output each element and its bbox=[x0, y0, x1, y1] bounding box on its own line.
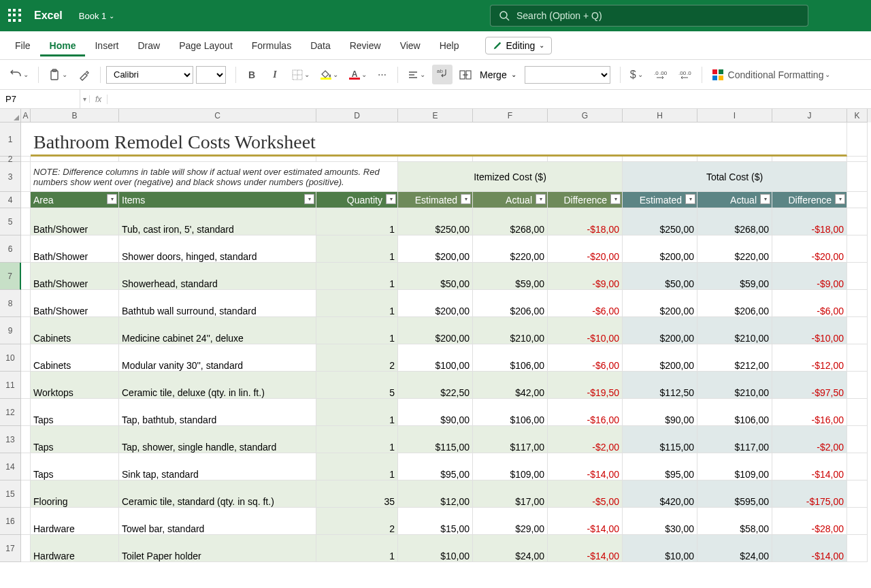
align-button[interactable]: ⌄ bbox=[404, 67, 429, 83]
cell[interactable]: 2 bbox=[316, 508, 398, 535]
cell[interactable]: Bath/Shower bbox=[31, 290, 119, 317]
decrease-decimal-button[interactable]: .00.0 bbox=[674, 67, 696, 83]
col-header-E[interactable]: E bbox=[398, 109, 473, 122]
table-header[interactable]: Actual▾ bbox=[697, 192, 772, 208]
cell[interactable] bbox=[847, 480, 868, 508]
cell[interactable] bbox=[847, 508, 868, 535]
menu-home[interactable]: Home bbox=[40, 35, 86, 56]
cell[interactable] bbox=[21, 344, 31, 372]
cell[interactable] bbox=[847, 192, 868, 208]
cell[interactable]: Hardware bbox=[31, 535, 119, 562]
cell[interactable] bbox=[398, 157, 473, 162]
menu-insert[interactable]: Insert bbox=[85, 35, 128, 56]
cell[interactable]: Cabinets bbox=[31, 317, 119, 344]
table-header[interactable]: Estimated▾ bbox=[398, 192, 473, 208]
cell[interactable]: -$6,00 bbox=[548, 290, 623, 317]
cell[interactable]: -$10,00 bbox=[548, 317, 623, 344]
table-header[interactable]: Difference▾ bbox=[772, 192, 847, 208]
cell[interactable]: -$9,00 bbox=[548, 263, 623, 290]
col-header-I[interactable]: I bbox=[697, 109, 772, 122]
cell[interactable]: -$2,00 bbox=[548, 426, 623, 453]
cell[interactable]: 1 bbox=[316, 535, 398, 562]
cell[interactable]: Ceramic tile, standard (qty. in sq. ft.) bbox=[119, 480, 316, 508]
group-header-itemized[interactable]: Itemized Cost ($) bbox=[398, 162, 623, 192]
cell[interactable]: $220,00 bbox=[697, 235, 772, 263]
cell[interactable]: Towel bar, standard bbox=[119, 508, 316, 535]
cell[interactable]: $210,00 bbox=[697, 317, 772, 344]
cell[interactable]: 1 bbox=[316, 235, 398, 263]
cell[interactable] bbox=[847, 122, 868, 157]
col-header-D[interactable]: D bbox=[316, 109, 398, 122]
cell[interactable]: -$6,00 bbox=[772, 290, 847, 317]
cell[interactable] bbox=[473, 157, 548, 162]
cell[interactable]: $220,00 bbox=[473, 235, 548, 263]
more-options-button[interactable]: ⋯ bbox=[374, 67, 392, 82]
cell[interactable] bbox=[847, 162, 868, 192]
col-header-A[interactable]: A bbox=[21, 109, 31, 122]
cell[interactable] bbox=[847, 372, 868, 399]
row-header[interactable]: 9 bbox=[0, 317, 21, 344]
table-header[interactable]: Estimated▾ bbox=[623, 192, 697, 208]
cell[interactable]: 5 bbox=[316, 372, 398, 399]
menu-review[interactable]: Review bbox=[340, 35, 391, 56]
document-title[interactable]: Bathroom Remodel Costs Worksheet bbox=[31, 122, 847, 157]
cell[interactable]: 1 bbox=[316, 208, 398, 235]
cell[interactable]: -$175,00 bbox=[772, 480, 847, 508]
cell[interactable]: $95,00 bbox=[623, 453, 697, 480]
paste-button[interactable]: ⌄ bbox=[44, 66, 71, 84]
wrap-text-button[interactable]: ab bbox=[432, 65, 453, 84]
cell[interactable] bbox=[21, 480, 31, 508]
cell[interactable]: $200,00 bbox=[398, 235, 473, 263]
document-name[interactable]: Book 1 ⌄ bbox=[79, 11, 114, 21]
cell[interactable]: -$10,00 bbox=[772, 317, 847, 344]
cell[interactable]: -$12,00 bbox=[772, 344, 847, 372]
row-header[interactable]: 17 bbox=[0, 535, 21, 562]
cell[interactable]: -$28,00 bbox=[772, 508, 847, 535]
spreadsheet-grid[interactable]: ABCDEFGHIJK 1Bathroom Remodel Costs Work… bbox=[0, 109, 871, 588]
cell[interactable]: Tap, bathtub, standard bbox=[119, 399, 316, 426]
cell[interactable]: $200,00 bbox=[623, 317, 697, 344]
cell[interactable]: $117,00 bbox=[697, 426, 772, 453]
cell[interactable]: Taps bbox=[31, 399, 119, 426]
cell[interactable] bbox=[21, 317, 31, 344]
cell[interactable]: 35 bbox=[316, 480, 398, 508]
cell[interactable]: Toilet Paper holder bbox=[119, 535, 316, 562]
row-header[interactable]: 12 bbox=[0, 399, 21, 426]
row-header[interactable]: 1 bbox=[0, 122, 21, 157]
col-header-G[interactable]: G bbox=[548, 109, 623, 122]
cell[interactable]: $90,00 bbox=[398, 399, 473, 426]
table-header[interactable]: Area▾ bbox=[31, 192, 119, 208]
cell[interactable]: $90,00 bbox=[623, 399, 697, 426]
row-header[interactable]: 5 bbox=[0, 208, 21, 235]
cell[interactable]: 1 bbox=[316, 317, 398, 344]
cell[interactable]: -$18,00 bbox=[772, 208, 847, 235]
cell[interactable]: $200,00 bbox=[623, 235, 697, 263]
cell[interactable] bbox=[847, 317, 868, 344]
cell[interactable]: -$14,00 bbox=[548, 453, 623, 480]
cell[interactable]: 1 bbox=[316, 290, 398, 317]
cell[interactable]: Ceramic tile, deluxe (qty. in lin. ft.) bbox=[119, 372, 316, 399]
cell[interactable]: Bath/Shower bbox=[31, 208, 119, 235]
cell[interactable] bbox=[847, 208, 868, 235]
cell[interactable]: Sink tap, standard bbox=[119, 453, 316, 480]
cell[interactable] bbox=[21, 263, 31, 290]
cell[interactable]: $22,50 bbox=[398, 372, 473, 399]
cell[interactable]: $268,00 bbox=[697, 208, 772, 235]
row-header[interactable]: 8 bbox=[0, 290, 21, 317]
cell[interactable] bbox=[21, 535, 31, 562]
editing-mode-button[interactable]: Editing ⌄ bbox=[485, 37, 553, 54]
cell[interactable] bbox=[119, 157, 316, 162]
row-header[interactable]: 2 bbox=[0, 157, 21, 162]
cell[interactable]: -$14,00 bbox=[548, 508, 623, 535]
table-header[interactable]: Items▾ bbox=[119, 192, 316, 208]
cell[interactable]: $206,00 bbox=[697, 290, 772, 317]
cell[interactable]: $112,50 bbox=[623, 372, 697, 399]
font-color-button[interactable]: A⌄ bbox=[345, 67, 371, 82]
col-header-C[interactable]: C bbox=[119, 109, 316, 122]
cell[interactable]: $250,00 bbox=[398, 208, 473, 235]
cell[interactable]: $212,00 bbox=[697, 344, 772, 372]
menu-data[interactable]: Data bbox=[301, 35, 340, 56]
cell[interactable]: Taps bbox=[31, 453, 119, 480]
increase-decimal-button[interactable]: .0.00 bbox=[650, 67, 672, 83]
cell[interactable] bbox=[697, 157, 772, 162]
